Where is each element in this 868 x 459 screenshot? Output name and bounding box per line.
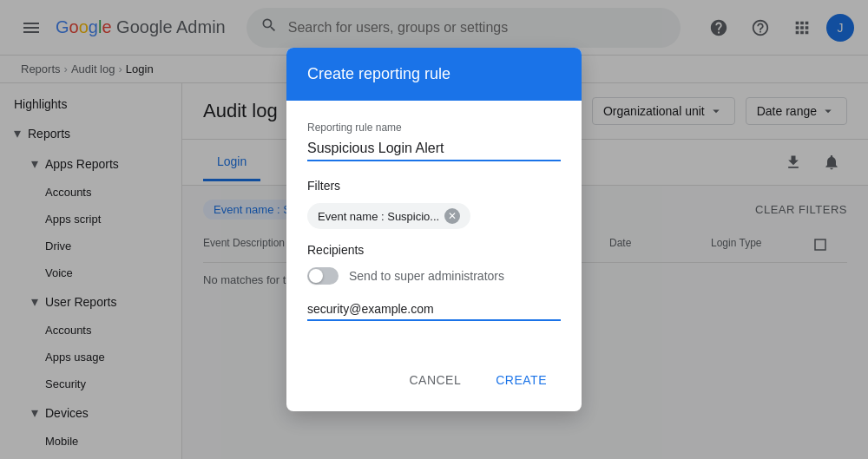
recipients-label: Recipients	[307, 243, 561, 257]
modal-overlay[interactable]: Create reporting rule Reporting rule nam…	[0, 0, 868, 459]
dialog-body: Reporting rule name Filters Event name :…	[286, 101, 582, 356]
super-admin-toggle[interactable]	[307, 267, 339, 285]
create-reporting-rule-dialog: Create reporting rule Reporting rule nam…	[286, 48, 582, 411]
dialog-header: Create reporting rule	[286, 48, 582, 101]
remove-filter-icon[interactable]: ✕	[444, 208, 460, 224]
dialog-title: Create reporting rule	[307, 65, 450, 82]
toggle-knob	[309, 269, 323, 283]
rule-name-field: Reporting rule name	[307, 121, 561, 161]
toggle-label: Send to super administrators	[349, 269, 504, 283]
toggle-row: Send to super administrators	[307, 267, 561, 285]
rule-name-input[interactable]	[307, 137, 561, 161]
email-input[interactable]	[307, 298, 561, 321]
filters-label: Filters	[307, 179, 561, 193]
cancel-button[interactable]: CANCEL	[395, 366, 475, 394]
rule-name-label: Reporting rule name	[307, 121, 561, 134]
filter-chip-dialog-label: Event name : Suspicio...	[318, 210, 439, 223]
filter-chip-dialog: Event name : Suspicio... ✕	[307, 203, 470, 229]
dialog-actions: CANCEL CREATE	[286, 356, 582, 411]
create-button[interactable]: CREATE	[482, 366, 561, 394]
